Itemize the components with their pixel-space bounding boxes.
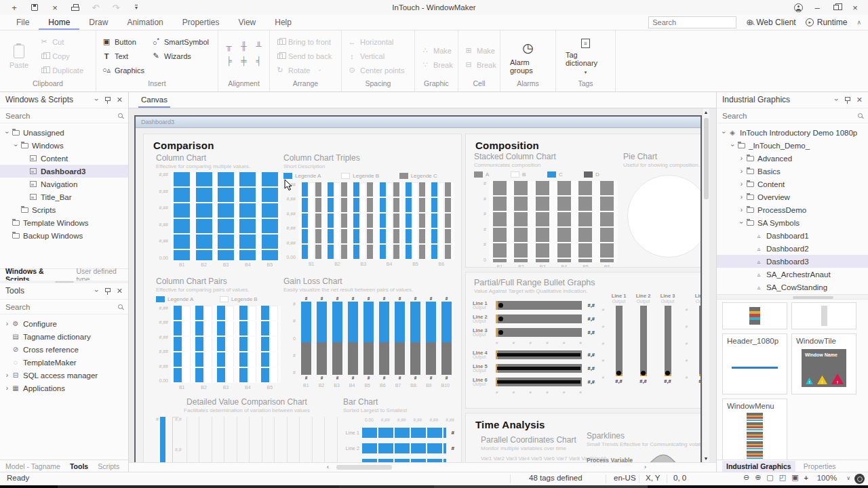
tree-item-cross-reference[interactable]: ⊘Cross reference [0,343,128,356]
pin-icon[interactable] [104,287,111,295]
tree-item-templatemaker[interactable]: ◌TemplateMaker [0,356,128,369]
tab-industrial-graphics[interactable]: Industrial Graphics [722,461,795,472]
tree-item-backup-windows[interactable]: Backup Windows [0,229,128,242]
zoom-out-icon[interactable]: ⊖ [743,473,749,482]
tree-item-dashboard1[interactable]: ▵Dashboard1 [717,229,868,242]
chevron-right-icon[interactable]: › [737,155,746,162]
close-icon[interactable]: ✕ [117,287,123,296]
redo-button[interactable]: ↷ [107,1,125,14]
pin-icon[interactable] [844,96,850,104]
tab-tools[interactable]: Tools [70,462,88,470]
tree-item-dashboard3[interactable]: Dashboard3 [0,165,128,178]
alarm-groups-button[interactable]: ◷Alarm groups [506,35,550,79]
insert-smartsymbol-button[interactable]: ○SmartSymbol [151,36,209,47]
cell-break-button[interactable]: ⊟Break [464,59,496,70]
detailed-value-comparison-widget[interactable]: Detailed Value Comparison ChartFacilitat… [156,397,338,462]
gallery-tile[interactable] [722,302,787,329]
horizontal-scrollbar[interactable]: ‹ › [129,462,716,472]
vertical-scrollbar[interactable]: ▲ ▼ [702,108,709,462]
stacked-column-chart-widget[interactable]: Stacked Column ChartCommunicates composi… [474,152,618,268]
tree-item-applications[interactable]: ›▦Applications [0,382,128,394]
chevron-down-icon[interactable]: › [93,98,101,101]
tree-item-content[interactable]: ›Content [717,178,868,190]
scrollbar-thumb[interactable] [793,296,833,299]
tree-item-advanced[interactable]: ›Advanced [717,152,868,165]
graphic-make-button[interactable]: ∴Make [420,45,453,56]
tree-item--intouch-demo-[interactable]: ›_InTouch_Demo_ [717,139,868,152]
chevron-right-icon[interactable]: › [737,206,746,214]
cell-make-button[interactable]: ⊞Make [464,45,496,56]
tree-item-overview[interactable]: ›Overview [717,190,868,203]
duplicate-button[interactable]: Duplicate [39,64,83,76]
tree-item-dashboard2[interactable]: ▵Dashboard2 [717,242,868,255]
menu-animation[interactable]: Animation [117,16,172,30]
menu-file[interactable]: File [7,16,39,30]
tools-search[interactable] [0,299,128,314]
comparison-section[interactable]: Comparison Column ChartEffective for com… [143,134,462,462]
new-button[interactable]: + [5,1,23,14]
search-input[interactable] [722,112,858,120]
column-chart-pairs-widget[interactable]: Column Chart PairsEffective for comparin… [156,277,281,391]
tree-item-sa-archestranaut[interactable]: ▵SA_ArchestrAnaut [717,268,868,281]
tab-scripts[interactable]: Scripts [98,462,119,470]
canvas-viewport[interactable]: Dashboard3 Comparison Column ChartEffect… [129,108,716,462]
search-input[interactable] [5,112,118,120]
align-bottom-button[interactable]: ╨ [256,41,262,51]
scroll-right-icon[interactable]: › [644,464,646,470]
chevron-down-icon[interactable]: › [833,98,841,101]
chevron-right-icon[interactable]: › [737,167,746,175]
windows-search[interactable] [0,108,128,123]
runtime-button[interactable]: ▸Runtime [806,18,848,27]
minimize-button[interactable]: – [808,1,826,14]
chevron-down-icon[interactable]: › [93,289,101,292]
chevron-down-icon[interactable]: › [720,128,728,137]
pie-chart-widget[interactable]: Pie Chart Useful for showing composition… [623,152,701,258]
menu-draw[interactable]: Draw [79,16,117,30]
tree-item-dashboard3[interactable]: ▵Dashboard3 [717,255,868,268]
zoom-in-icon[interactable]: ⊕ [755,473,761,482]
tree-item-navigation[interactable]: Navigation [0,178,128,190]
insert-wizards-button[interactable]: ✎Wizards [151,50,209,62]
scroll-up-icon[interactable]: ▲ [703,110,709,115]
gallery-tile-windowmenu[interactable]: WindowMenu [722,399,787,460]
copy-button[interactable]: Copy [39,50,83,62]
column-chart-widget[interactable]: Column ChartEffective for comparing mult… [156,153,281,268]
tree-item-basics[interactable]: ›Basics [717,165,868,178]
tab-model-tagname[interactable]: Model - Tagname [5,462,60,470]
status-circle-icon[interactable] [854,474,865,484]
undo-button[interactable]: ↶ [87,1,104,14]
chevron-down-icon[interactable]: › [12,141,20,150]
dashboard-window[interactable]: Dashboard3 Comparison Column ChartEffect… [134,115,702,462]
cut-button[interactable]: ✂Cut [39,36,83,47]
fit-screen-icon[interactable]: ▢ [766,473,773,482]
spacing-vertical-button[interactable]: ↕Vertical [347,50,404,62]
graphic-break-button[interactable]: ∵Break [420,59,453,70]
scrollbar-thumb[interactable] [704,118,709,199]
insert-graphics-button[interactable]: ○▵Graphics [102,64,144,76]
ribbon-search[interactable] [648,16,736,28]
dashboard-window-titlebar[interactable]: Dashboard3 [136,117,701,128]
tree-item-tagname-dictionary[interactable]: ▤Tagname dictionary [0,330,128,343]
align-right-button[interactable]: ╡ [256,56,262,66]
tree-item-content[interactable]: Content [0,152,128,165]
tree-item-title-bar[interactable]: Title_Bar [0,190,128,203]
restore-button[interactable] [827,1,845,14]
tree-item-unassigned[interactable]: ›Unassigned [0,126,128,139]
chevron-down-icon[interactable]: › [729,141,736,150]
tree-item-processdemo[interactable]: ›ProcessDemo [717,203,868,216]
tree-item-sa-symbols[interactable]: ›SA Symbols [717,216,868,229]
search-input[interactable] [5,303,118,311]
menu-help[interactable]: Help [265,16,301,30]
insert-text-button[interactable]: TText [102,50,144,62]
close-icon[interactable]: ✕ [117,96,123,104]
center-points-button[interactable]: ⊙Center points [347,64,404,76]
align-left-button[interactable]: ╞ [226,56,232,66]
align-center-horizontal-button[interactable]: ╪ [241,56,247,66]
search-input[interactable] [652,18,749,26]
chevron-right-icon[interactable]: › [737,193,746,201]
menu-view[interactable]: View [229,16,265,30]
tree-horizontal-scrollbar[interactable] [717,294,868,300]
zoom-level-dropdown[interactable]: 100% ∨ [817,474,850,482]
graphics-search[interactable] [717,108,868,123]
chevron-down-icon[interactable]: › [738,218,745,227]
